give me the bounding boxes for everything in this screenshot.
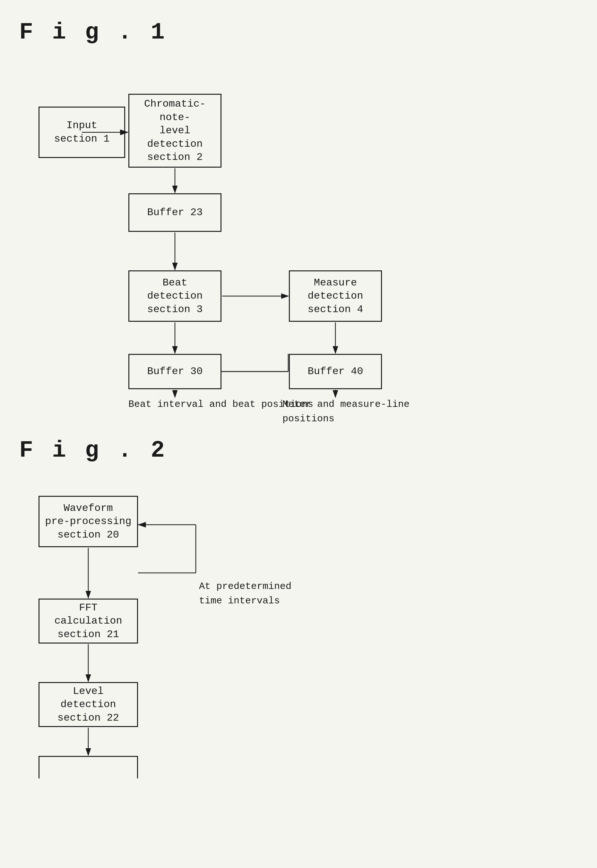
buffer40-box: Buffer 40 [289, 354, 382, 389]
buffer40-label: Buffer 40 [308, 365, 363, 378]
input-section-label: Input section 1 [54, 119, 110, 146]
meter-measure-label: Meter and measure-line positions [282, 397, 410, 426]
fig2-title: F i g . 2 [19, 437, 578, 464]
buffer23-label: Buffer 23 [147, 206, 203, 219]
output-box [39, 756, 138, 779]
chromatic-detection-label: Chromatic-note- level detection section … [135, 97, 215, 164]
buffer30-box: Buffer 30 [128, 354, 221, 389]
beat-detection-label: Beat detection section 3 [135, 276, 215, 316]
fig1-container: F i g . 1 Input section 1 Chromatic-note… [19, 19, 578, 412]
waveform-label: Waveform pre-processing section 20 [45, 502, 132, 542]
fig1-title: F i g . 1 [19, 19, 578, 46]
waveform-preprocessing-box: Waveform pre-processing section 20 [39, 496, 138, 547]
fig1-area: Input section 1 Chromatic-note- level de… [19, 58, 533, 412]
buffer30-label: Buffer 30 [147, 365, 203, 378]
fig2-container: F i g . 2 Waveform pre-processing sectio… [19, 437, 578, 765]
level-detection-box: Level detection section 22 [39, 682, 138, 727]
input-section-box: Input section 1 [39, 107, 125, 158]
chromatic-detection-box: Chromatic-note- level detection section … [128, 94, 221, 168]
measure-detection-box: Measure detection section 4 [289, 271, 382, 322]
buffer23-box: Buffer 23 [128, 193, 221, 232]
fft-calculation-box: FFT calculation section 21 [39, 599, 138, 644]
time-intervals-label: At predetermined time intervals [199, 579, 291, 608]
fig2-area: Waveform pre-processing section 20 FFT c… [19, 477, 533, 765]
fft-label: FFT calculation section 21 [45, 601, 132, 641]
level-detection-label: Level detection section 22 [45, 685, 132, 725]
beat-detection-box: Beat detection section 3 [128, 271, 221, 322]
measure-detection-label: Measure detection section 4 [308, 276, 363, 316]
